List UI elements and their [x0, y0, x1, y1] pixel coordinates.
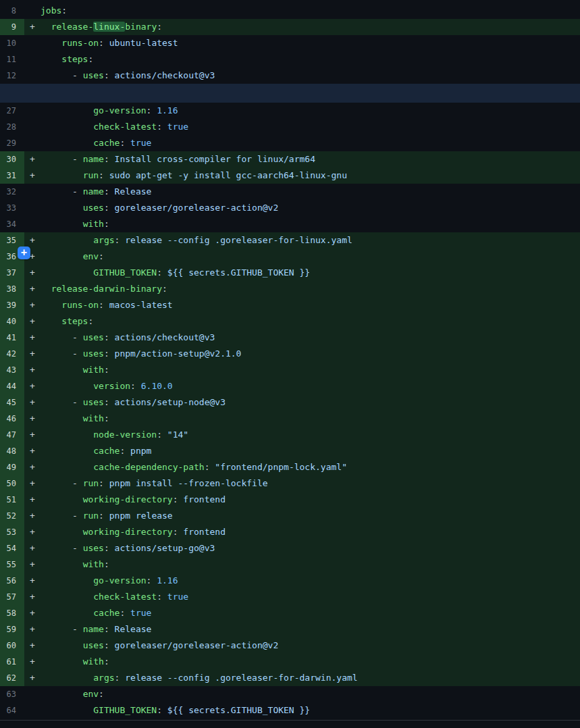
hunk-expander-band[interactable] — [0, 84, 580, 103]
line-number[interactable]: 54 — [0, 540, 24, 556]
addition-marker: + — [30, 427, 41, 443]
code-line: go-version: 1.16 — [24, 103, 580, 119]
code-line: + - run: pnpm install --frozen-lockfile — [24, 475, 580, 492]
line-number[interactable]: 48 — [0, 443, 24, 459]
addition-marker: + — [30, 459, 41, 475]
line-number[interactable]: 46 — [0, 411, 24, 427]
line-number[interactable]: 62 — [0, 670, 24, 686]
yaml-key: steps — [61, 54, 88, 64]
line-number[interactable]: 38 — [0, 281, 24, 297]
line-number[interactable]: 41 — [0, 330, 24, 346]
yaml-punctuation — [41, 656, 83, 667]
yaml-punctuation: - — [41, 186, 83, 197]
yaml-punctuation: : — [104, 413, 109, 423]
addition-marker: + — [30, 394, 41, 411]
line-number[interactable]: 55 — [0, 556, 24, 573]
line-number[interactable]: 12 — [0, 68, 24, 84]
code-line: + working-directory: frontend — [24, 492, 580, 508]
addition-marker: + — [30, 411, 41, 427]
line-number[interactable]: 60 — [0, 638, 24, 654]
yaml-key-word-diff-highlight: linux- — [93, 22, 125, 32]
diff-row: 9+ release-linux-binary: — [0, 19, 580, 35]
line-number[interactable]: 27 — [0, 103, 24, 119]
no-marker — [30, 184, 41, 200]
line-number[interactable]: 29 — [0, 135, 24, 151]
code-line: cache: true — [24, 135, 580, 151]
add-comment-button[interactable]: + — [18, 246, 30, 259]
code-line: + with: — [24, 362, 580, 378]
line-number[interactable]: 43 — [0, 362, 24, 378]
line-number[interactable]: 34 — [0, 216, 24, 232]
line-number[interactable]: 39 — [0, 297, 24, 313]
diff-row: 40+ steps: — [0, 313, 580, 330]
line-number[interactable]: 57 — [0, 589, 24, 605]
yaml-punctuation — [41, 219, 83, 229]
line-number[interactable]: 61 — [0, 654, 24, 670]
yaml-key: check-latest — [93, 122, 157, 132]
addition-marker: + — [30, 151, 41, 167]
line-number[interactable]: 11 — [0, 51, 24, 68]
yaml-string-value: Install cross-compiler for linux/arm64 — [115, 154, 315, 164]
line-number[interactable]: 56 — [0, 573, 24, 589]
yaml-key: env — [83, 251, 99, 261]
line-number[interactable]: 33 — [0, 200, 24, 216]
line-number[interactable]: 53 — [0, 524, 24, 540]
code-line: with: — [24, 216, 580, 232]
line-number[interactable]: 63 — [0, 686, 24, 702]
diff-row: 31+ run: sudo apt-get -y install gcc-aar… — [0, 167, 580, 184]
addition-marker: + — [30, 621, 41, 638]
yaml-punctuation — [41, 413, 83, 423]
yaml-punctuation: : — [120, 608, 130, 618]
code-line: env: — [24, 686, 580, 702]
diff-row: 59+ - name: Release — [0, 621, 580, 638]
line-number[interactable]: 58 — [0, 605, 24, 621]
yaml-punctuation — [41, 203, 83, 213]
addition-marker: + — [30, 556, 41, 573]
code-line: + - uses: pnpm/action-setup@v2.1.0 — [24, 346, 580, 362]
yaml-punctuation: : — [173, 527, 184, 537]
yaml-punctuation: : — [130, 381, 141, 391]
line-number[interactable]: 44 — [0, 378, 24, 394]
addition-marker: + — [30, 378, 41, 394]
line-number[interactable]: 47 — [0, 427, 24, 443]
code-line: + release-darwin-binary: — [24, 281, 580, 297]
yaml-key: with — [83, 219, 104, 229]
line-number[interactable]: 30 — [0, 151, 24, 167]
line-number[interactable]: 10 — [0, 35, 24, 51]
diff-row: 36+ env: — [0, 249, 580, 265]
line-number[interactable]: 42 — [0, 346, 24, 362]
yaml-punctuation: : — [104, 70, 115, 80]
yaml-punctuation — [41, 105, 93, 115]
code-line: runs-on: ubuntu-latest — [24, 35, 580, 51]
yaml-punctuation: : — [104, 186, 115, 197]
line-number[interactable]: 9 — [0, 19, 24, 35]
line-number[interactable]: 40 — [0, 313, 24, 330]
line-number[interactable]: 52 — [0, 508, 24, 524]
line-number[interactable]: 32 — [0, 184, 24, 200]
diff-row: 50+ - run: pnpm install --frozen-lockfil… — [0, 475, 580, 492]
yaml-key: uses — [83, 203, 104, 213]
line-number[interactable]: 49 — [0, 459, 24, 475]
diff-row: 30+ - name: Install cross-compiler for l… — [0, 151, 580, 167]
line-number[interactable]: 59 — [0, 621, 24, 638]
yaml-key: env — [83, 689, 99, 699]
line-number[interactable]: 8 — [0, 3, 24, 19]
diff-row: 53+ working-directory: frontend — [0, 524, 580, 540]
line-number[interactable]: 45 — [0, 394, 24, 411]
yaml-string-value: actions/checkout@v3 — [115, 332, 215, 342]
yaml-string-value: ${{ secrets.GITHUB_TOKEN }} — [167, 267, 310, 278]
line-number[interactable]: 64 — [0, 702, 24, 719]
yaml-punctuation: : — [104, 624, 115, 634]
code-line: + check-latest: true — [24, 589, 580, 605]
line-number[interactable]: 50 — [0, 475, 24, 492]
yaml-constant-value: 1.16 — [157, 575, 178, 586]
yaml-key: uses — [83, 640, 104, 650]
line-number[interactable]: 37 — [0, 265, 24, 281]
yaml-string-value: pnpm — [130, 446, 151, 456]
yaml-punctuation: : — [115, 235, 126, 245]
diff-row: 32 - name: Release — [0, 184, 580, 200]
line-number[interactable]: 28 — [0, 119, 24, 135]
line-number[interactable]: 51 — [0, 492, 24, 508]
code-line: check-latest: true — [24, 119, 580, 135]
line-number[interactable]: 31 — [0, 167, 24, 184]
